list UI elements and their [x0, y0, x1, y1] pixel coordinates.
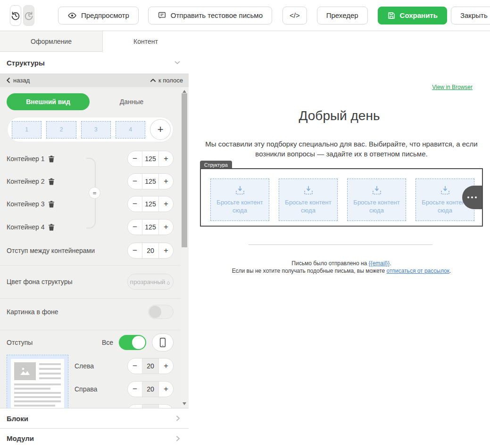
- add-container-button[interactable]: +: [150, 119, 171, 140]
- container-2-label: Контейнер 2: [7, 178, 45, 185]
- redo-history-button[interactable]: [23, 5, 34, 26]
- trash-icon[interactable]: [48, 224, 55, 231]
- footer-text: Если вы не хотите получать подобные пись…: [232, 268, 387, 274]
- undo-history-button[interactable]: [10, 5, 21, 26]
- container-2-row: Контейнер 2 − 125 +: [7, 173, 174, 189]
- container-4-width-value[interactable]: 125: [142, 220, 159, 235]
- container-3-width-value[interactable]: 125: [142, 196, 159, 212]
- droplet-icon: [166, 281, 171, 286]
- html-code-button[interactable]: </>: [282, 7, 307, 24]
- structure-more-options-button[interactable]: [462, 186, 482, 209]
- container-4-width-stepper: − 125 +: [127, 219, 174, 235]
- container-3-label: Контейнер 3: [7, 200, 45, 208]
- chevron-down-icon: [174, 59, 181, 66]
- to-band-link[interactable]: к полосе: [150, 77, 183, 84]
- padding-left-value[interactable]: 20: [142, 358, 159, 374]
- footer-text: .: [390, 260, 391, 267]
- trash-icon[interactable]: [48, 201, 55, 208]
- padding-next-value[interactable]: [142, 405, 159, 408]
- view-in-browser-link[interactable]: View in Browser: [432, 84, 473, 90]
- trash-icon[interactable]: [48, 178, 55, 185]
- container-2-width-value[interactable]: 125: [142, 174, 159, 189]
- padding-preview-thumbnail: [7, 355, 68, 408]
- unsubscribe-link[interactable]: отписаться от рассылок: [387, 268, 449, 274]
- section-structures[interactable]: Структуры: [0, 52, 189, 73]
- dropzone-2[interactable]: Бросьте контент сюда: [279, 179, 338, 221]
- chevron-right-icon: [174, 435, 181, 442]
- toggle-knob: [149, 306, 161, 318]
- increment-button[interactable]: +: [159, 382, 173, 397]
- all-label: Все: [102, 339, 113, 346]
- container-cell-3[interactable]: 3: [81, 121, 111, 138]
- container-cell-2[interactable]: 2: [46, 121, 76, 138]
- close-button[interactable]: Закрыть: [451, 7, 490, 24]
- mobile-paddings-button[interactable]: [152, 334, 174, 351]
- preview-button[interactable]: Предпросмотр: [58, 7, 139, 24]
- decrement-button[interactable]: −: [128, 243, 142, 258]
- bg-color-transparent-button[interactable]: прозрачный: [127, 274, 174, 290]
- container-cell-4[interactable]: 4: [116, 121, 145, 138]
- cell-3-label: 3: [94, 126, 98, 133]
- tab-content[interactable]: Контент: [103, 31, 189, 52]
- container-1-row: Контейнер 1 − 125 +: [7, 151, 174, 167]
- footer-text: .: [449, 268, 451, 274]
- increment-button[interactable]: +: [159, 174, 173, 189]
- tab-design-label: Оформление: [31, 38, 72, 45]
- send-test-email-button[interactable]: Отправить тестовое письмо: [148, 7, 272, 24]
- mode-tab-appearance[interactable]: Внешний вид: [7, 93, 90, 110]
- increment-button[interactable]: +: [159, 358, 173, 374]
- container-cell-1[interactable]: 1: [12, 121, 42, 138]
- bg-image-toggle[interactable]: [148, 305, 174, 319]
- scroll-down-arrow[interactable]: [183, 402, 186, 405]
- chevron-left-icon: [6, 77, 11, 83]
- dropzone-1[interactable]: Бросьте контент сюда: [210, 179, 269, 221]
- decrement-button[interactable]: −: [128, 382, 142, 397]
- appearance-label: Внешний вид: [26, 98, 70, 106]
- data-label: Данные: [120, 98, 144, 106]
- email-heading[interactable]: Добрый день: [189, 108, 490, 123]
- trash-icon[interactable]: [48, 155, 55, 163]
- increment-button[interactable]: [159, 405, 173, 408]
- scroll-up-arrow[interactable]: [183, 90, 186, 93]
- chevron-up-icon: [150, 78, 156, 83]
- container-1-width-value[interactable]: 125: [142, 151, 159, 166]
- preheader-button[interactable]: Прехедер: [317, 7, 368, 24]
- footer-line-1: Письмо было отправлено на {{email}}.: [200, 260, 483, 267]
- increment-button[interactable]: +: [159, 220, 173, 235]
- increment-button[interactable]: +: [159, 151, 173, 166]
- decrement-button[interactable]: −: [128, 151, 142, 166]
- paddings-all-toggle[interactable]: [119, 335, 146, 350]
- decrement-button[interactable]: −: [128, 174, 142, 189]
- back-link[interactable]: назад: [6, 77, 30, 84]
- container-gap-value[interactable]: 20: [142, 243, 159, 258]
- email-variable-link[interactable]: {{email}}: [369, 260, 390, 267]
- decrement-button[interactable]: −: [128, 358, 142, 374]
- selected-structure[interactable]: Бросьте контент сюда Бросьте контент сюд…: [200, 168, 483, 227]
- chevron-right-icon: [174, 415, 181, 422]
- email-divider-line: [249, 244, 432, 245]
- more-options-dots: [467, 196, 470, 199]
- scrollbar-thumb[interactable]: [182, 93, 187, 247]
- container-3-row: Контейнер 3 − 125 +: [7, 196, 174, 212]
- tab-design[interactable]: Оформление: [0, 31, 103, 52]
- transparent-label: прозрачный: [130, 278, 166, 285]
- bg-color-label: Цвет фона структуры: [7, 278, 73, 285]
- top-toolbar: Предпросмотр Отправить тестовое письмо <…: [0, 0, 490, 31]
- decrement-button[interactable]: −: [128, 196, 142, 212]
- mode-tab-data[interactable]: Данные: [90, 93, 174, 110]
- email-paragraph[interactable]: Мы составили эту подборку специально для…: [200, 139, 483, 159]
- increment-button[interactable]: +: [159, 243, 173, 258]
- save-button[interactable]: Сохранить: [378, 7, 447, 24]
- padding-left-stepper: − 20 +: [127, 358, 174, 374]
- padding-right-value[interactable]: 20: [142, 382, 159, 397]
- decrement-button[interactable]: [128, 405, 142, 408]
- increment-button[interactable]: +: [159, 196, 173, 212]
- dropzone-label: Бросьте контент сюда: [214, 198, 266, 214]
- decrement-button[interactable]: −: [128, 220, 142, 235]
- paddings-header-row: Отступы Все: [7, 334, 174, 350]
- section-modules[interactable]: Модули: [0, 428, 189, 448]
- section-blocks[interactable]: Блоки: [0, 408, 189, 428]
- padding-right-stepper: − 20 +: [127, 381, 174, 397]
- dropzone-label: Бросьте контент сюда: [351, 198, 403, 214]
- dropzone-3[interactable]: Бросьте контент сюда: [347, 179, 406, 221]
